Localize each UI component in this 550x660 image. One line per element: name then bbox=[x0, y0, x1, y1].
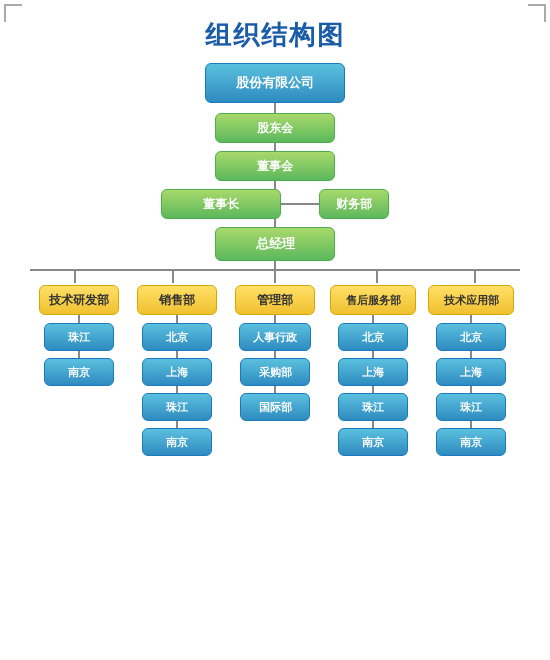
node-beijing-2: 北京 bbox=[142, 323, 212, 351]
vline-col2 bbox=[176, 315, 178, 323]
vline-col5d bbox=[470, 421, 472, 428]
vline-col5 bbox=[470, 315, 472, 323]
node-nanjing-1: 南京 bbox=[44, 358, 114, 386]
node-beijing-5: 北京 bbox=[436, 323, 506, 351]
vline-col3b bbox=[274, 351, 276, 358]
node-shanghai-4: 上海 bbox=[338, 358, 408, 386]
vline-1 bbox=[274, 103, 276, 113]
vdrop-1 bbox=[74, 269, 76, 283]
hline-caifu bbox=[281, 203, 319, 205]
vdrop-5 bbox=[474, 269, 476, 283]
corner-tr bbox=[528, 4, 546, 22]
header-shouhou: 售后服务部 bbox=[330, 285, 416, 315]
header-guanli: 管理部 bbox=[235, 285, 315, 315]
col-guanli: 管理部 人事行政 采购部 国际部 bbox=[226, 285, 324, 421]
top-tree: 股份有限公司 股东会 董事会 董事长 财务部 总经理 bbox=[161, 63, 389, 269]
node-zhujiang-2: 珠江 bbox=[142, 393, 212, 421]
node-zongjingli: 总经理 bbox=[215, 227, 335, 261]
header-xiaoshou: 销售部 bbox=[137, 285, 217, 315]
vline-5 bbox=[274, 261, 276, 269]
node-gufen: 股份有限公司 bbox=[205, 63, 345, 103]
vline-col5c bbox=[470, 386, 472, 393]
node-zhujiang-4: 珠江 bbox=[338, 393, 408, 421]
vline-col4b bbox=[372, 351, 374, 358]
header-jishu-yingyong: 技术应用部 bbox=[428, 285, 514, 315]
vline-col4 bbox=[372, 315, 374, 323]
dongshizhang-row: 董事长 财务部 bbox=[161, 189, 389, 219]
vline-col1 bbox=[78, 315, 80, 323]
node-gudong: 股东会 bbox=[215, 113, 335, 143]
node-nanjing-5: 南京 bbox=[436, 428, 506, 456]
vline-col3 bbox=[274, 315, 276, 323]
vline-col2c bbox=[176, 386, 178, 393]
cols-row: 技术研发部 珠江 南京 销售部 北京 上海 珠江 南京 管理部 人事行政 采购部 bbox=[30, 285, 520, 456]
vline-col5b bbox=[470, 351, 472, 358]
node-shanghai-5: 上海 bbox=[436, 358, 506, 386]
node-nanjing-4: 南京 bbox=[338, 428, 408, 456]
vline-col4d bbox=[372, 421, 374, 428]
vdrop-4 bbox=[376, 269, 378, 283]
hline-main bbox=[30, 269, 520, 271]
node-nanjing-2: 南京 bbox=[142, 428, 212, 456]
vline-3 bbox=[274, 181, 276, 189]
vline-col3c bbox=[274, 386, 276, 393]
vline-col2b bbox=[176, 351, 178, 358]
node-caiwu: 财务部 bbox=[319, 189, 389, 219]
node-dongshi: 董事会 bbox=[215, 151, 335, 181]
vline-4 bbox=[274, 219, 276, 227]
header-jishu-yanfa: 技术研发部 bbox=[39, 285, 119, 315]
vdrop-2 bbox=[172, 269, 174, 283]
vline-col4c bbox=[372, 386, 374, 393]
vdrop-3 bbox=[274, 269, 276, 283]
col-shouhou: 售后服务部 北京 上海 珠江 南京 bbox=[324, 285, 422, 456]
node-guoji: 国际部 bbox=[240, 393, 310, 421]
page-title: 组织结构图 bbox=[0, 0, 550, 63]
vline-2 bbox=[274, 143, 276, 151]
node-dongshizhang: 董事长 bbox=[161, 189, 281, 219]
node-beijing-4: 北京 bbox=[338, 323, 408, 351]
node-zhujiang-5: 珠江 bbox=[436, 393, 506, 421]
col-jishu-yanfa: 技术研发部 珠江 南京 bbox=[30, 285, 128, 386]
node-shanghai-2: 上海 bbox=[142, 358, 212, 386]
corner-tl bbox=[4, 4, 22, 22]
vline-col2d bbox=[176, 421, 178, 428]
col-jishu-yingyong: 技术应用部 北京 上海 珠江 南京 bbox=[422, 285, 520, 456]
node-zhujiang-1: 珠江 bbox=[44, 323, 114, 351]
vline-col1b bbox=[78, 351, 80, 358]
node-renshi: 人事行政 bbox=[239, 323, 311, 351]
caifu-branch: 财务部 bbox=[281, 189, 389, 219]
node-caigou: 采购部 bbox=[240, 358, 310, 386]
col-xiaoshou: 销售部 北京 上海 珠江 南京 bbox=[128, 285, 226, 456]
org-chart: 股份有限公司 股东会 董事会 董事长 财务部 总经理 技术 bbox=[0, 63, 550, 456]
